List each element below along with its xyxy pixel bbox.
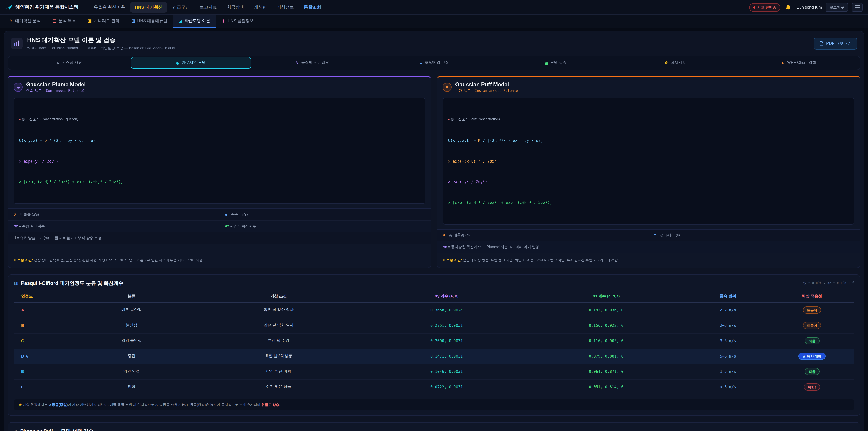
status-badge: 적합 — [804, 368, 819, 375]
puff-formula-line-1: C(x,y,z,t) = M / [(2π)³/² · σx · σy · σz… — [448, 137, 849, 144]
subnav-label: 시나리오 관리 — [94, 18, 119, 24]
param-sigma-z: σz = 연직 확산계수 — [219, 221, 431, 233]
subnav-label: HNS 물질정보 — [228, 18, 254, 24]
page-subtitle: WRF-Chem · Gaussian Plume/Puff · ROMS · … — [27, 45, 176, 51]
tab-model-validation[interactable]: ▦ 모델 검증 — [495, 57, 616, 69]
tab-system-overview[interactable]: ◈ 시스템 개요 — [9, 57, 130, 69]
plume-equation-label: 농도 산출식 (Concentration Equation) — [22, 117, 78, 121]
status-badge: ★ 해양 대표 — [798, 352, 825, 360]
subnav-item-analysis-list[interactable]: ▤ 분석 목록 — [46, 15, 82, 28]
lightning-icon: ⚡ — [663, 61, 668, 65]
gaussian-icon: ◉ — [176, 61, 180, 65]
col-class: 분류 — [73, 290, 190, 302]
section-tab-bar: ◈ 시스템 개요 ◉ 가우시안 모델 ✎ 물질별 시나리오 ☁ 해양환경 보정 … — [8, 56, 860, 70]
table-row: B 불안정 맑은 날 약한 일사 0.2751, 0.9031 0.156, 0… — [14, 318, 854, 333]
table-row-highlighted: D ★ 중립 흐린 날 / 해상풍 0.1471, 0.9031 0.079, … — [14, 348, 854, 364]
subnav-item-scenario-management[interactable]: ▣ 시나리오 관리 — [82, 15, 125, 28]
stability-table-section: ▦ Pasquill-Gifford 대기안정도 분류 및 확산계수 σy = … — [8, 274, 860, 416]
plume-card-header: ◉ Gaussian Plume Model 연속 방출 (Continuous… — [8, 77, 431, 97]
list-icon: ▤ — [53, 19, 56, 23]
table-row: C 약간 불안정 흐린 날 주간 0.2090, 0.9031 0.116, 0… — [14, 333, 854, 348]
subnav-label: HNS 대응매뉴얼 — [137, 18, 167, 24]
bar-chart-icon — [13, 40, 20, 47]
app-root: 해양환경 위기대응 통합시스템 유출유 확산예측 HNS·대기확산 긴급구난 보… — [0, 0, 868, 431]
plume-formula-line-1: C(x,y,z) = Q / (2π · σy · σz · u) — [19, 137, 420, 144]
puff-equation-label: 농도 산출식 (Puff Concentration) — [451, 117, 500, 121]
book-icon: ▥ — [131, 19, 135, 23]
model-selection-title: Plume vs Puff — 모델 선택 기준 — [20, 428, 93, 431]
param-M: M = 총 배출량 (g) — [437, 230, 649, 242]
param-u: u = 풍속 (m/s) — [219, 209, 431, 221]
puff-parameter-grid: M = 총 배출량 (g) t = 경과시간 (s) σx = 풍하방향 확산계… — [437, 229, 860, 253]
table-footnote: ★ 해양 환경에서는 D 등급(중립)이 가장 빈번하게 나타난다. 해풍·육풍… — [14, 399, 854, 410]
scenario-pencil-icon: ✎ — [296, 61, 299, 65]
pdf-export-label: PDF 내보내기 — [826, 40, 852, 46]
plume-card-title: Gaussian Plume Model — [26, 81, 86, 88]
param-Q: Q = 배출률 (g/s) — [8, 209, 219, 221]
plume-applicability-note: ✦ 적용 조건: 정상 상태 연속 배출, 균질 풍속, 평탄 지형. 해양 H… — [8, 253, 431, 268]
main-menu: 유출유 확산예측 HNS·대기확산 긴급구난 보고자료 항공탐색 게시판 기상정… — [89, 2, 745, 12]
status-badge: 드물게 — [803, 322, 821, 329]
hamburger-menu-button[interactable] — [852, 3, 863, 12]
tab-substance-scenarios[interactable]: ✎ 물질별 시나리오 — [252, 57, 373, 69]
pdf-export-button[interactable]: PDF 내보내기 — [814, 37, 857, 50]
flask-icon: ◉ — [222, 19, 225, 23]
folder-icon: ▣ — [88, 19, 92, 23]
chart-icon: ◢ — [179, 19, 182, 23]
tab-wrf-chem[interactable]: ► WRF-Chem 결합 — [738, 57, 859, 69]
menu-item-aerial-search[interactable]: 항공탐색 — [222, 2, 248, 12]
rocket-icon: ► — [781, 61, 785, 65]
page-header-text: HNS 대기확산 모델 이론 및 검증 WRF-Chem · Gaussian … — [27, 36, 176, 51]
subnav-item-model-theory[interactable]: ◢ 확산모델 이론 — [173, 15, 216, 28]
subnav-item-hns-substance-info[interactable]: ◉ HNS 물질정보 — [216, 15, 259, 28]
subnav-item-diffusion-analysis[interactable]: ✎ 대기확산 분석 — [4, 15, 46, 28]
menu-item-oil-spill-prediction[interactable]: 유출유 확산예측 — [89, 2, 129, 12]
notifications-button[interactable] — [784, 3, 793, 12]
puff-equation-block: ▸ 농도 산출식 (Puff Concentration) C(x,y,z,t)… — [442, 98, 855, 225]
subnav-label: 분석 목록 — [59, 18, 76, 24]
sub-navigation-bar: ✎ 대기확산 분석 ▤ 분석 목록 ▣ 시나리오 관리 ▥ HNS 대응매뉴얼 … — [0, 15, 868, 28]
document-icon — [819, 41, 824, 46]
grid-icon: ▦ — [544, 61, 548, 65]
lightbulb-icon: ✦ — [13, 258, 17, 263]
status-badge: 드물게 — [803, 306, 821, 314]
menu-item-reports[interactable]: 보고자료 — [195, 2, 221, 12]
tab-marine-correction[interactable]: ☁ 해양환경 보정 — [374, 57, 494, 69]
logout-button[interactable]: 로그아웃 — [826, 3, 848, 12]
col-sigma-y: σy 계수 (a, b) — [367, 290, 526, 302]
user-name: Eunjeong Kim — [797, 5, 822, 9]
incident-label: 사고 진행중 — [757, 5, 776, 10]
menu-item-emergency-rescue[interactable]: 긴급구난 — [168, 2, 194, 12]
menu-item-integrated-search[interactable]: 통합조회 — [299, 2, 326, 12]
pin-icon: ▸ — [19, 117, 21, 121]
plume-card-subtitle: 연속 방출 (Continuous Release) — [26, 89, 86, 93]
plume-parameter-grid: Q = 배출률 (g/s) u = 풍속 (m/s) σy = 수평 확산계수 … — [8, 209, 431, 244]
col-weather: 기상 조건 — [190, 290, 367, 302]
top-navigation-bar: 해양환경 위기대응 통합시스템 유출유 확산예측 HNS·대기확산 긴급구난 보… — [0, 0, 868, 15]
pencil-icon: ✎ — [9, 19, 13, 23]
puff-formula-line-2: × exp(-(x-ut)² / 2σx²) — [448, 158, 849, 165]
subnav-item-hns-manual[interactable]: ▥ HNS 대응매뉴얼 — [125, 15, 173, 28]
table-row: A 매우 불안정 맑은 날 강한 일사 0.3658, 0.9024 0.192… — [14, 302, 854, 318]
wing-logo-icon — [5, 4, 13, 10]
app-logo: 해양환경 위기대응 통합시스템 — [5, 4, 79, 10]
table-header-row: 안정도 분류 기상 조건 σy 계수 (a, b) σz 계수 (c, d, f… — [14, 290, 854, 302]
tab-realtime-comparison[interactable]: ⚡ 실시간 비교 — [617, 57, 738, 69]
tab-gaussian-model[interactable]: ◉ 가우시안 모델 — [131, 57, 251, 69]
page-title: HNS 대기확산 모델 이론 및 검증 — [27, 36, 176, 44]
status-badge: 적합 — [804, 337, 819, 344]
menu-item-weather-info[interactable]: 기상정보 — [272, 2, 298, 12]
stability-table-header: ▦ Pasquill-Gifford 대기안정도 분류 및 확산계수 σy = … — [14, 280, 854, 286]
subnav-label: 확산모델 이론 — [184, 18, 210, 24]
star-icon: ★ — [19, 402, 22, 407]
puff-card-title: Gaussian Puff Model — [455, 81, 520, 88]
sigma-formula-note: σy = a·x^b , σz = c·x^d + f — [802, 281, 854, 285]
col-sigma-z: σz 계수 (c, d, f) — [526, 290, 686, 302]
plume-icon: ◉ — [13, 83, 23, 92]
menu-item-board[interactable]: 게시판 — [249, 2, 271, 12]
status-badge: 위험↑ — [804, 383, 820, 391]
menu-item-hns-atmospheric[interactable]: HNS·대기확산 — [130, 2, 167, 12]
plume-model-card: ◉ Gaussian Plume Model 연속 방출 (Continuous… — [8, 76, 431, 268]
col-wind: 풍속 범위 — [686, 290, 770, 302]
puff-icon: ✸ — [442, 83, 452, 92]
